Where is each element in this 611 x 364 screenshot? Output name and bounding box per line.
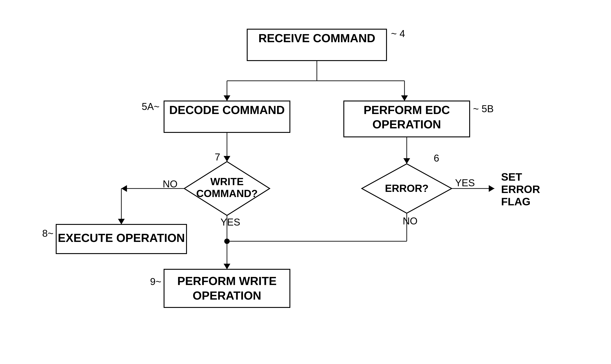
- arrow-to-decode: [223, 95, 230, 101]
- yes-label-error: YES: [455, 177, 475, 188]
- node-4-label: ~ 4: [391, 28, 405, 39]
- execute-operation-label: EXECUTE OPERATION: [58, 231, 185, 244]
- write-command-line1: WRITE: [210, 176, 244, 187]
- perform-edc-line1: PERFORM EDC: [364, 104, 450, 117]
- decode-command-label: DECODE COMMAND: [169, 104, 285, 117]
- error-label: ERROR?: [385, 182, 429, 194]
- arrow-to-execute: [121, 185, 127, 192]
- node-8-label: 8~: [42, 228, 54, 239]
- perform-edc-line2: OPERATION: [372, 118, 441, 131]
- flowchart-diagram: RECEIVE COMMAND ~ 4 DECODE COMMAND 5A~ P…: [0, 0, 611, 364]
- arrow-to-execute2: [118, 219, 125, 224]
- node-5a-label: 5A~: [141, 101, 160, 112]
- node-6-label: 6: [434, 153, 439, 164]
- set-error-flag-line1: SET: [501, 171, 522, 183]
- arrow-to-set-error: [489, 185, 494, 192]
- no-label-write: NO: [163, 178, 178, 189]
- node-5b-label: ~ 5B: [473, 103, 494, 114]
- arrow-to-edc: [401, 95, 408, 101]
- set-error-flag-line2: ERROR: [501, 183, 540, 195]
- node-9-label: 9~: [150, 276, 161, 287]
- node-7-label: 7: [215, 152, 220, 162]
- no-label-error: NO: [403, 215, 417, 226]
- write-command-line2: COMMAND?: [196, 188, 258, 199]
- arrow-to-error: [403, 158, 410, 164]
- arrow-to-write: [223, 156, 230, 162]
- receive-command-label: RECEIVE COMMAND: [258, 32, 375, 45]
- perform-write-line1: PERFORM WRITE: [177, 274, 277, 287]
- yes-label-write: YES: [221, 217, 240, 228]
- perform-write-line2: OPERATION: [193, 289, 261, 302]
- set-error-flag-line3: FLAG: [501, 196, 530, 208]
- arrow-to-perform-write: [223, 264, 230, 269]
